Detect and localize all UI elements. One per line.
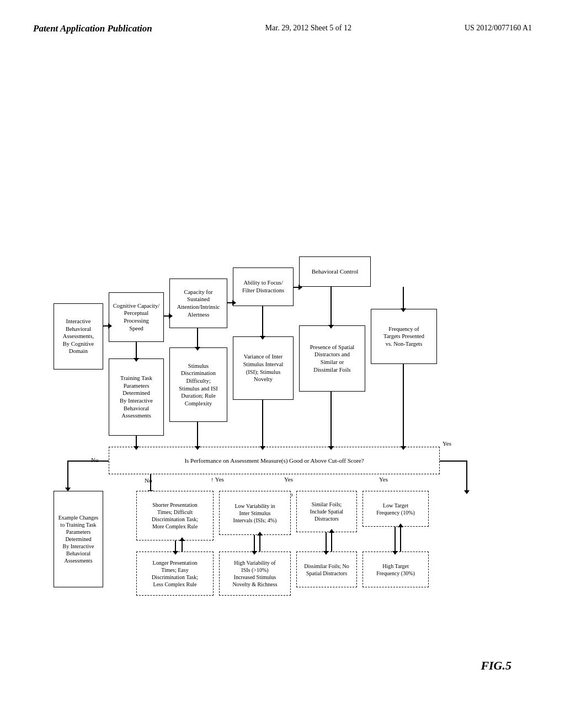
- box-low-var: Low Variability inInter StimulusInterval…: [219, 491, 291, 535]
- patent-number: US 2012/0077160 A1: [465, 22, 532, 34]
- arrow-lowtarget-hightarget: [395, 527, 396, 552]
- arrow-down-2: [197, 328, 198, 347]
- perf-question-box: Is Performance on Assessment Measure(s) …: [109, 447, 440, 474]
- box-longer-pres: Longer PresentationTimes; EasyDiscrimina…: [136, 552, 214, 596]
- arrow-hightarget-lowtarget: [400, 527, 401, 552]
- box-training-task: Training TaskParametersDeterminedBy Inte…: [109, 358, 164, 436]
- box-behavioral-control: Behavioral Control: [299, 256, 371, 287]
- figure-label: FIG.5: [481, 659, 511, 673]
- label-yes-branch2: Yes: [284, 476, 293, 483]
- arrow-longer-shorter: [182, 540, 183, 552]
- box-presence-spatial: Presence of SpatialDistractors andSimila…: [299, 325, 365, 392]
- arrow-down-t4: [331, 392, 332, 447]
- arrow-down-t2: [197, 422, 198, 447]
- arrow-down-4: [331, 287, 332, 325]
- box-low-target: Low TargetFrequency (10%): [363, 491, 429, 527]
- arrow-disfoil-simfoil: [331, 532, 332, 552]
- box-stimulus-discrimination: StimulusDiscriminationDifficulty;Stimulu…: [169, 347, 227, 422]
- arrow-down-3: [262, 306, 263, 336]
- label-yes-branch3: Yes: [379, 476, 388, 483]
- label-yes-branch: ↑ Yes: [211, 476, 224, 483]
- line-right-perf: [440, 461, 467, 462]
- arrow-no-branch: [150, 474, 151, 491]
- arrow-lowvar-highvar: [254, 535, 255, 552]
- arrow-down-t3: [262, 400, 263, 447]
- box-frequency-targets: Frequency ofTargets Presentedvs. Non-Tar…: [371, 309, 437, 364]
- flowchart: InteractiveBehavioralAssessments,By Cogn…: [48, 88, 528, 684]
- arrow-down-t1: [136, 436, 137, 447]
- arrow-1-2: [103, 325, 109, 326]
- arrow-down-t5: [403, 364, 404, 447]
- arrow-down-left: [67, 461, 68, 488]
- diagram-area: InteractiveBehavioralAssessments,By Cogn…: [33, 88, 543, 695]
- box-similar-foils: Similar Foils;Include SpatialDistractors: [296, 491, 357, 532]
- page-header: Patent Application Publication Mar. 29, …: [0, 0, 565, 46]
- arrow-3-4: [227, 302, 233, 303]
- box-high-var: High Variability ofISIs (>10%)Increased …: [219, 552, 291, 596]
- arrow-simfoil-disfoil: [326, 532, 327, 552]
- label-no-left: No: [91, 457, 98, 463]
- arrow-shorter-longer: [175, 540, 176, 552]
- box-shorter-pres: Shorter PresentationTimes; DifficultDisc…: [136, 491, 214, 540]
- box-ability-focus: Ability to Focus/Filter Distractions: [233, 267, 294, 306]
- arrow-down-1: [136, 342, 137, 358]
- box-high-target: High TargetFrequency (30%): [363, 552, 429, 587]
- box-capacity-sustained: Capacity forSustainedAttention/Intrinsic…: [169, 279, 227, 328]
- arrow-2-3: [164, 315, 169, 317]
- box-example-changes: Example Changesto Training TaskParameter…: [54, 491, 103, 587]
- arrow-highvar-lowvar: [259, 535, 260, 552]
- box-dissimilar-foils: Dissimilar Foils; NoSpatial Distractors: [296, 552, 357, 587]
- box-interactive-behavioral: InteractiveBehavioralAssessments,By Cogn…: [54, 303, 103, 370]
- label-yes-perf: Yes: [443, 440, 451, 447]
- arrow-down-5: [403, 287, 404, 309]
- publication-title: Patent Application Publication: [33, 22, 152, 35]
- box-variance-inter: Variance of InterStimulus Interval(ISI);…: [233, 336, 294, 400]
- arrow-down-perf-yes: [466, 461, 467, 491]
- sheet-info: Mar. 29, 2012 Sheet 5 of 12: [265, 22, 351, 34]
- line-left: [67, 461, 109, 462]
- box-cognitive-capacity: Cognitive Capacity/PerceptualProcessingS…: [109, 292, 164, 342]
- arrow-4-5: [294, 287, 299, 288]
